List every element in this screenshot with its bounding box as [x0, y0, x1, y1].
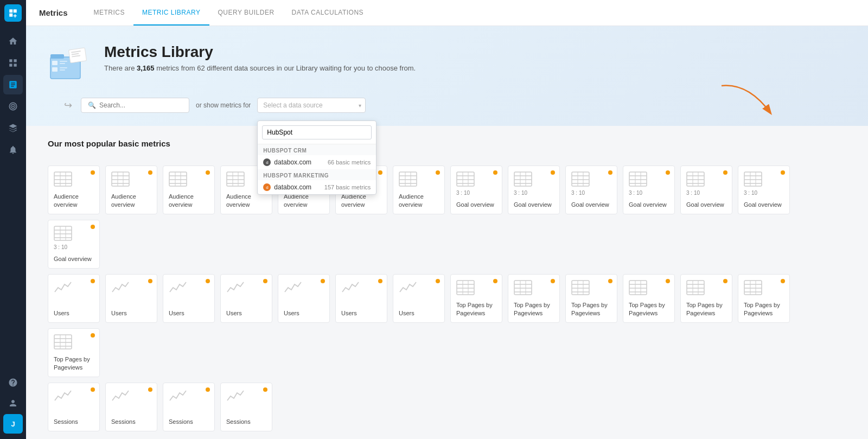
metric-card[interactable]: Audience overview	[48, 166, 100, 214]
metric-card-status-dot	[723, 170, 727, 175]
metric-card-label: Users	[284, 309, 299, 317]
metric-card-icon	[629, 171, 646, 187]
metric-card-status-dot	[608, 170, 612, 175]
dropdown-item-databox-crm[interactable]: d databox.com 66 basic metrics	[258, 155, 376, 169]
metric-card-label: Audience overview	[226, 193, 266, 208]
sidebar: J	[0, 0, 26, 439]
dropdown-search-box[interactable]	[258, 121, 376, 144]
svg-rect-27	[169, 172, 187, 186]
metric-card[interactable]: Top Pages by Pageviews	[508, 274, 560, 323]
metric-card[interactable]: 3 : 10Goal overview	[623, 166, 675, 214]
sidebar-item-layers[interactable]	[3, 118, 23, 138]
metric-card[interactable]: 3 : 10Goal overview	[450, 166, 502, 214]
metric-card-ratio: 3 : 10	[629, 190, 642, 196]
metric-card[interactable]: Users	[163, 274, 215, 323]
metric-card[interactable]: Users	[48, 274, 100, 323]
metric-card[interactable]: 3 : 10Goal overview	[565, 166, 617, 214]
metric-card-label: Sessions	[169, 418, 193, 425]
svg-rect-87	[744, 172, 762, 186]
search-arrow-icon: ↪	[64, 99, 72, 111]
metric-card-status-dot	[206, 170, 210, 175]
app-logo[interactable]	[4, 4, 22, 22]
metric-card[interactable]: Users	[105, 274, 157, 323]
metric-card[interactable]: Sessions	[220, 383, 272, 431]
sidebar-item-targets[interactable]	[3, 97, 23, 116]
metric-card[interactable]: Top Pages by Pageviews	[450, 274, 502, 323]
sidebar-item-metrics[interactable]	[3, 75, 23, 94]
metric-card-status-dot	[493, 170, 497, 175]
metric-card-status-dot	[723, 279, 727, 283]
metric-card[interactable]: Sessions	[48, 383, 100, 431]
metric-card[interactable]: Top Pages by Pageviews	[738, 274, 790, 323]
sidebar-item-user-initial[interactable]: J	[3, 414, 23, 434]
metric-card[interactable]: Sessions	[163, 383, 215, 431]
metric-card[interactable]: Users	[393, 274, 445, 323]
metric-card[interactable]: Audience overview	[163, 166, 215, 214]
metric-card-icon	[54, 334, 71, 349]
metric-card-label: Top Pages by Pageviews	[456, 301, 496, 317]
sidebar-item-help[interactable]	[3, 373, 23, 392]
metric-card-status-dot	[378, 170, 382, 175]
dropdown-item-count-crm: 66 basic metrics	[328, 159, 371, 166]
dropdown-overlay: HUBSPOT CRM d databox.com 66 basic metri…	[257, 120, 376, 195]
metric-card-label: Goal overview	[744, 201, 782, 208]
metric-card-label: Sessions	[111, 418, 136, 425]
tab-query-builder[interactable]: QUERY BUILDER	[209, 0, 283, 26]
dropdown-item-databox-marketing[interactable]: d databox.com 157 basic metrics	[258, 180, 376, 194]
metric-card-label: Top Pages by Pageviews	[629, 301, 669, 317]
metric-card[interactable]: 3 : 10Goal overview	[508, 166, 560, 214]
metric-card-label: Goal overview	[456, 201, 494, 208]
metric-card[interactable]: Users	[278, 274, 330, 323]
sidebar-item-home[interactable]	[3, 31, 23, 51]
metric-card[interactable]: Top Pages by Pageviews	[623, 274, 675, 323]
metric-card-icon	[399, 171, 416, 187]
search-input[interactable]	[99, 101, 182, 109]
metric-card[interactable]: Users	[220, 274, 272, 323]
dropdown-item-icon-marketing: d	[263, 183, 271, 191]
metric-card[interactable]: Audience overview	[105, 166, 157, 214]
metric-card-status-dot	[206, 279, 210, 283]
svg-rect-15	[54, 172, 72, 186]
tab-metrics[interactable]: METRICS	[85, 0, 134, 26]
metric-card[interactable]: 3 : 10Goal overview	[680, 166, 732, 214]
metric-card-icon	[226, 389, 244, 404]
dropdown-search-input[interactable]	[262, 125, 372, 139]
sidebar-item-grid[interactable]	[3, 53, 23, 73]
metric-card-ratio: 3 : 10	[54, 244, 67, 250]
metric-card-label: Users	[399, 309, 414, 317]
tab-data-calculations[interactable]: DATA CALCULATIONS	[283, 0, 373, 26]
metric-card-icon	[169, 280, 186, 295]
metric-card[interactable]: Top Pages by Pageviews	[680, 274, 732, 323]
svg-rect-135	[54, 335, 72, 349]
metric-card-label: Audience overview	[54, 193, 94, 208]
metric-card[interactable]: 3 : 10Goal overview	[738, 166, 790, 214]
metric-card-label: Audience overview	[284, 193, 324, 208]
metric-card-label: Top Pages by Pageviews	[571, 301, 611, 317]
metric-card-label: Audience overview	[341, 193, 381, 208]
metric-card-status-dot	[493, 279, 497, 283]
metric-card-status-dot	[148, 170, 152, 175]
tab-metric-library[interactable]: METRIC LIBRARY	[133, 0, 209, 26]
metric-card[interactable]: Top Pages by Pageviews	[565, 274, 617, 323]
metric-card[interactable]: Sessions	[105, 383, 157, 431]
metric-card[interactable]: Top Pages by Pageviews	[48, 328, 100, 377]
svg-rect-57	[457, 172, 474, 186]
nav-tabs: METRICS METRIC LIBRARY QUERY BUILDER DAT…	[85, 0, 373, 26]
svg-rect-8	[52, 67, 58, 72]
metric-card[interactable]: Audience overview	[393, 166, 445, 214]
metric-card-status-dot	[436, 279, 440, 283]
svg-rect-7	[60, 63, 65, 64]
metric-card-icon	[744, 171, 761, 187]
svg-rect-9	[60, 67, 67, 68]
metric-card-icon	[629, 280, 646, 295]
search-box[interactable]: 🔍	[81, 98, 189, 113]
metric-card[interactable]: Users	[335, 274, 387, 323]
sidebar-item-notifications[interactable]	[3, 140, 23, 160]
or-label: or show metrics for	[196, 101, 251, 109]
metric-card-status-dot	[263, 387, 267, 392]
metric-card-label: Audience overview	[169, 193, 209, 208]
datasource-select[interactable]: Select a data source	[257, 98, 366, 113]
sidebar-item-account[interactable]	[3, 393, 23, 413]
metric-card[interactable]: 3 : 10Goal overview	[48, 220, 100, 269]
metric-card-icon	[54, 280, 71, 295]
